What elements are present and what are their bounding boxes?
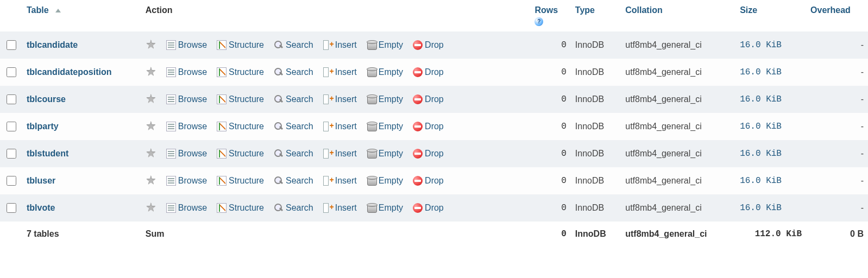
favorite-star-icon[interactable]: ★ [146,201,156,215]
insert-action[interactable]: Insert [323,122,357,131]
search-action[interactable]: Search [274,176,313,186]
drop-action[interactable]: Drop [413,40,444,50]
empty-icon [367,122,376,131]
browse-action[interactable]: Browse [166,176,207,186]
search-icon [274,40,284,50]
row-size: 16.0 KiB [735,140,806,167]
row-count: 0 [530,113,570,140]
structure-action[interactable]: Structure [217,149,264,159]
insert-action[interactable]: Insert [323,176,357,186]
row-engine: InnoDB [571,86,621,113]
drop-action[interactable]: Drop [413,94,444,104]
browse-icon [166,149,176,159]
table-name-link[interactable]: tblcourse [27,94,66,104]
table-name-link[interactable]: tblparty [27,122,59,131]
insert-icon [323,40,333,50]
table-name-link[interactable]: tblcandidate [27,40,78,49]
structure-action[interactable]: Structure [217,67,264,77]
table-name-link[interactable]: tblcandidateposition [27,67,111,77]
sort-asc-icon [55,9,61,12]
empty-action[interactable]: Empty [367,67,403,77]
search-action[interactable]: Search [274,94,313,104]
row-count: 0 [530,86,570,113]
empty-action[interactable]: Empty [367,203,403,213]
table-row: tblstudent★BrowseStructureSearchInsertEm… [0,140,868,167]
drop-action[interactable]: Drop [413,176,444,186]
insert-action[interactable]: Insert [323,40,357,50]
insert-icon [323,149,333,159]
row-checkbox[interactable] [7,122,16,131]
row-engine: InnoDB [571,59,621,86]
insert-icon [323,122,333,131]
browse-action[interactable]: Browse [166,203,207,213]
row-overhead: - [806,140,868,167]
favorite-star-icon[interactable]: ★ [146,119,156,134]
browse-action[interactable]: Browse [166,67,207,77]
empty-icon [367,176,376,186]
structure-action[interactable]: Structure [217,94,264,104]
summary-rows: 0 [530,222,570,247]
empty-action[interactable]: Empty [367,149,403,159]
structure-icon [217,203,227,213]
search-action[interactable]: Search [274,203,313,213]
row-checkbox[interactable] [7,94,16,104]
empty-action[interactable]: Empty [367,176,403,186]
drop-icon [413,149,423,159]
col-collation[interactable]: Collation [621,0,735,31]
drop-action[interactable]: Drop [413,203,444,213]
table-name-link[interactable]: tbluser [27,176,55,185]
table-name-link[interactable]: tblstudent [27,149,68,158]
structure-action[interactable]: Structure [217,122,264,131]
insert-action[interactable]: Insert [323,94,357,104]
empty-action[interactable]: Empty [367,40,403,50]
col-table[interactable]: Table [22,0,141,31]
row-checkbox[interactable] [7,149,16,159]
structure-action[interactable]: Structure [217,40,264,50]
structure-action[interactable]: Structure [217,176,264,186]
row-overhead: - [806,113,868,140]
col-type[interactable]: Type [571,0,621,31]
search-action[interactable]: Search [274,67,313,77]
favorite-star-icon[interactable]: ★ [146,174,156,188]
search-action[interactable]: Search [274,40,313,50]
col-rows[interactable]: Rows ? [530,0,570,31]
rows-hint-icon[interactable]: ? [534,17,543,26]
favorite-star-icon[interactable]: ★ [146,38,156,52]
row-engine: InnoDB [571,140,621,167]
browse-action[interactable]: Browse [166,40,207,50]
table-name-link[interactable]: tblvote [27,203,55,212]
col-size[interactable]: Size [735,0,806,31]
drop-action[interactable]: Drop [413,122,444,131]
browse-action[interactable]: Browse [166,122,207,131]
browse-icon [166,94,176,104]
col-action: Action [141,0,531,31]
insert-action[interactable]: Insert [323,203,357,213]
browse-action[interactable]: Browse [166,94,207,104]
favorite-star-icon[interactable]: ★ [146,65,156,79]
col-overhead[interactable]: Overhead [806,0,868,31]
search-action[interactable]: Search [274,122,313,131]
row-overhead: - [806,167,868,194]
row-checkbox[interactable] [7,203,16,213]
row-checkbox[interactable] [7,67,16,77]
row-checkbox[interactable] [7,176,16,186]
insert-action[interactable]: Insert [323,67,357,77]
search-action[interactable]: Search [274,149,313,159]
row-engine: InnoDB [571,194,621,222]
empty-icon [367,67,376,77]
row-count: 0 [530,31,570,59]
structure-action[interactable]: Structure [217,203,264,213]
row-count: 0 [530,167,570,194]
row-collation: utf8mb4_general_ci [621,167,735,194]
row-checkbox[interactable] [7,40,16,50]
favorite-star-icon[interactable]: ★ [146,92,156,106]
favorite-star-icon[interactable]: ★ [146,147,156,161]
browse-action[interactable]: Browse [166,149,207,159]
insert-action[interactable]: Insert [323,149,357,159]
drop-action[interactable]: Drop [413,149,444,159]
empty-action[interactable]: Empty [367,94,403,104]
row-engine: InnoDB [571,167,621,194]
drop-icon [413,67,423,77]
drop-action[interactable]: Drop [413,67,444,77]
empty-action[interactable]: Empty [367,122,403,131]
